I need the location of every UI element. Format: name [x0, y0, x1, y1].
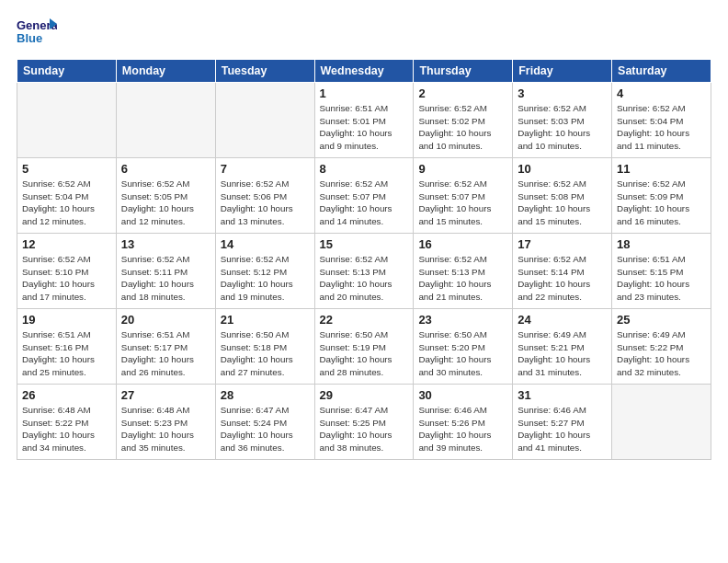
calendar-cell: 15Sunrise: 6:52 AMSunset: 5:13 PMDayligh… [314, 234, 414, 309]
calendar-cell: 1Sunrise: 6:51 AMSunset: 5:01 PMDaylight… [314, 83, 414, 158]
day-number: 21 [221, 313, 310, 327]
day-detail: Sunrise: 6:48 AMSunset: 5:23 PMDaylight:… [121, 404, 210, 454]
calendar-cell: 28Sunrise: 6:47 AMSunset: 5:24 PMDayligh… [215, 385, 314, 460]
day-detail: Sunrise: 6:52 AMSunset: 5:14 PMDaylight:… [518, 253, 607, 304]
day-detail: Sunrise: 6:52 AMSunset: 5:04 PMDaylight:… [22, 178, 111, 228]
day-number: 4 [617, 86, 706, 100]
calendar-cell: 6Sunrise: 6:52 AMSunset: 5:05 PMDaylight… [116, 158, 215, 234]
day-detail: Sunrise: 6:51 AMSunset: 5:15 PMDaylight:… [617, 253, 706, 304]
day-number: 12 [22, 237, 111, 251]
header: GeneralBlue [17, 15, 711, 50]
day-number: 9 [418, 162, 507, 176]
day-detail: Sunrise: 6:50 AMSunset: 5:19 PMDaylight:… [320, 328, 409, 379]
calendar-cell: 19Sunrise: 6:51 AMSunset: 5:16 PMDayligh… [17, 309, 117, 385]
calendar-week-0: 1Sunrise: 6:51 AMSunset: 5:01 PMDaylight… [17, 83, 711, 158]
day-number: 5 [22, 162, 111, 176]
day-detail: Sunrise: 6:52 AMSunset: 5:08 PMDaylight:… [518, 178, 607, 228]
page: GeneralBlue SundayMondayTuesdayWednesday… [0, 0, 728, 563]
day-number: 17 [518, 237, 607, 251]
day-detail: Sunrise: 6:52 AMSunset: 5:07 PMDaylight:… [418, 178, 507, 228]
calendar-table: SundayMondayTuesdayWednesdayThursdayFrid… [17, 59, 711, 460]
day-detail: Sunrise: 6:46 AMSunset: 5:26 PMDaylight:… [418, 404, 507, 454]
day-detail: Sunrise: 6:51 AMSunset: 5:01 PMDaylight:… [320, 102, 409, 153]
calendar-cell: 16Sunrise: 6:52 AMSunset: 5:13 PMDayligh… [414, 234, 513, 309]
calendar-week-1: 5Sunrise: 6:52 AMSunset: 5:04 PMDaylight… [17, 158, 711, 234]
calendar-cell: 3Sunrise: 6:52 AMSunset: 5:03 PMDaylight… [513, 83, 612, 158]
calendar-cell: 29Sunrise: 6:47 AMSunset: 5:25 PMDayligh… [314, 385, 414, 460]
day-detail: Sunrise: 6:47 AMSunset: 5:25 PMDaylight:… [320, 404, 409, 454]
calendar-cell: 17Sunrise: 6:52 AMSunset: 5:14 PMDayligh… [513, 234, 612, 309]
day-number: 7 [221, 162, 310, 176]
day-number: 3 [518, 86, 607, 100]
calendar-cell: 7Sunrise: 6:52 AMSunset: 5:06 PMDaylight… [215, 158, 314, 234]
calendar-week-2: 12Sunrise: 6:52 AMSunset: 5:10 PMDayligh… [17, 234, 711, 309]
day-number: 13 [121, 237, 210, 251]
day-number: 1 [320, 86, 409, 100]
day-number: 31 [518, 388, 607, 402]
calendar-weekday-monday: Monday [116, 60, 215, 83]
calendar-cell: 8Sunrise: 6:52 AMSunset: 5:07 PMDaylight… [314, 158, 414, 234]
calendar-cell: 5Sunrise: 6:52 AMSunset: 5:04 PMDaylight… [17, 158, 117, 234]
calendar-cell [116, 83, 215, 158]
svg-text:Blue: Blue [17, 31, 42, 45]
day-detail: Sunrise: 6:48 AMSunset: 5:22 PMDaylight:… [22, 404, 111, 454]
day-detail: Sunrise: 6:52 AMSunset: 5:06 PMDaylight:… [221, 178, 310, 228]
day-number: 24 [518, 313, 607, 327]
day-number: 6 [121, 162, 210, 176]
calendar-cell: 25Sunrise: 6:49 AMSunset: 5:22 PMDayligh… [612, 309, 711, 385]
calendar-cell: 21Sunrise: 6:50 AMSunset: 5:18 PMDayligh… [215, 309, 314, 385]
day-detail: Sunrise: 6:52 AMSunset: 5:13 PMDaylight:… [320, 253, 409, 304]
day-detail: Sunrise: 6:50 AMSunset: 5:18 PMDaylight:… [221, 328, 310, 379]
calendar-cell: 31Sunrise: 6:46 AMSunset: 5:27 PMDayligh… [513, 385, 612, 460]
calendar-cell: 24Sunrise: 6:49 AMSunset: 5:21 PMDayligh… [513, 309, 612, 385]
calendar-cell: 12Sunrise: 6:52 AMSunset: 5:10 PMDayligh… [17, 234, 117, 309]
day-number: 22 [320, 313, 409, 327]
day-number: 14 [221, 237, 310, 251]
calendar-cell: 14Sunrise: 6:52 AMSunset: 5:12 PMDayligh… [215, 234, 314, 309]
day-number: 19 [22, 313, 111, 327]
calendar-week-4: 26Sunrise: 6:48 AMSunset: 5:22 PMDayligh… [17, 385, 711, 460]
calendar-weekday-saturday: Saturday [612, 60, 711, 83]
calendar-cell: 13Sunrise: 6:52 AMSunset: 5:11 PMDayligh… [116, 234, 215, 309]
day-number: 11 [617, 162, 706, 176]
calendar-cell: 26Sunrise: 6:48 AMSunset: 5:22 PMDayligh… [17, 385, 117, 460]
day-detail: Sunrise: 6:50 AMSunset: 5:20 PMDaylight:… [418, 328, 507, 379]
calendar-week-3: 19Sunrise: 6:51 AMSunset: 5:16 PMDayligh… [17, 309, 711, 385]
calendar-weekday-thursday: Thursday [414, 60, 513, 83]
day-number: 29 [320, 388, 409, 402]
day-number: 20 [121, 313, 210, 327]
day-detail: Sunrise: 6:52 AMSunset: 5:13 PMDaylight:… [418, 253, 507, 304]
logo-svg: GeneralBlue [17, 15, 57, 50]
calendar-cell: 11Sunrise: 6:52 AMSunset: 5:09 PMDayligh… [612, 158, 711, 234]
day-detail: Sunrise: 6:51 AMSunset: 5:16 PMDaylight:… [22, 328, 111, 379]
calendar-cell [17, 83, 117, 158]
day-detail: Sunrise: 6:52 AMSunset: 5:05 PMDaylight:… [121, 178, 210, 228]
calendar-weekday-friday: Friday [513, 60, 612, 83]
day-detail: Sunrise: 6:52 AMSunset: 5:12 PMDaylight:… [221, 253, 310, 304]
day-detail: Sunrise: 6:52 AMSunset: 5:10 PMDaylight:… [22, 253, 111, 304]
day-number: 18 [617, 237, 706, 251]
day-detail: Sunrise: 6:51 AMSunset: 5:17 PMDaylight:… [121, 328, 210, 379]
day-number: 26 [22, 388, 111, 402]
day-detail: Sunrise: 6:52 AMSunset: 5:09 PMDaylight:… [617, 178, 706, 228]
calendar-cell: 2Sunrise: 6:52 AMSunset: 5:02 PMDaylight… [414, 83, 513, 158]
day-number: 23 [418, 313, 507, 327]
calendar-header-row: SundayMondayTuesdayWednesdayThursdayFrid… [17, 60, 711, 83]
calendar-cell: 9Sunrise: 6:52 AMSunset: 5:07 PMDaylight… [414, 158, 513, 234]
calendar-weekday-tuesday: Tuesday [215, 60, 314, 83]
day-number: 28 [221, 388, 310, 402]
calendar-cell [215, 83, 314, 158]
calendar-cell: 10Sunrise: 6:52 AMSunset: 5:08 PMDayligh… [513, 158, 612, 234]
day-number: 10 [518, 162, 607, 176]
day-detail: Sunrise: 6:49 AMSunset: 5:22 PMDaylight:… [617, 328, 706, 379]
day-number: 15 [320, 237, 409, 251]
day-detail: Sunrise: 6:49 AMSunset: 5:21 PMDaylight:… [518, 328, 607, 379]
calendar-cell: 30Sunrise: 6:46 AMSunset: 5:26 PMDayligh… [414, 385, 513, 460]
calendar-cell: 20Sunrise: 6:51 AMSunset: 5:17 PMDayligh… [116, 309, 215, 385]
day-detail: Sunrise: 6:52 AMSunset: 5:03 PMDaylight:… [518, 102, 607, 153]
calendar-cell: 27Sunrise: 6:48 AMSunset: 5:23 PMDayligh… [116, 385, 215, 460]
calendar-cell: 23Sunrise: 6:50 AMSunset: 5:20 PMDayligh… [414, 309, 513, 385]
calendar-weekday-wednesday: Wednesday [314, 60, 414, 83]
calendar-cell [612, 385, 711, 460]
day-number: 8 [320, 162, 409, 176]
